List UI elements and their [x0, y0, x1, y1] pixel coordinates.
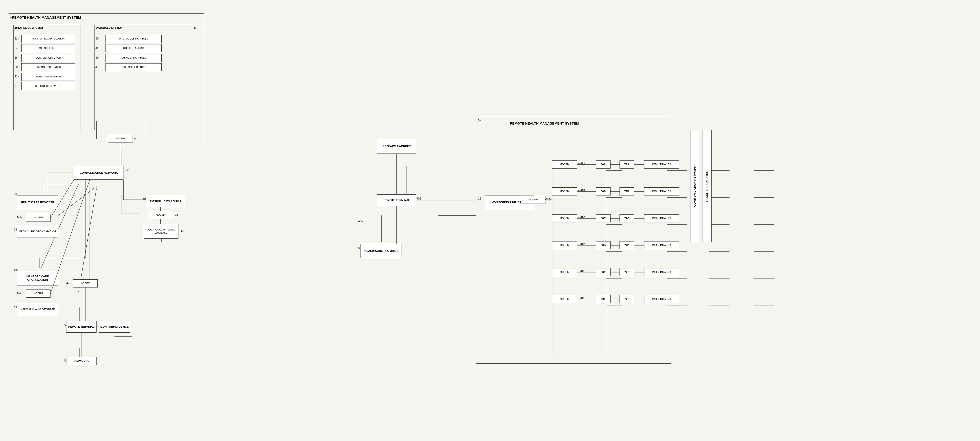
profile-computer-ref: 20~: [14, 26, 18, 29]
ref-42: 42~: [95, 37, 100, 40]
dialogs-library-box: DIALOGS LIBRARY: [105, 63, 162, 72]
ref-m1c: ~M1C: [578, 216, 585, 219]
ref-46: 46~: [95, 56, 100, 59]
comm-network-box: COMMUNICATION NETWORK: [74, 166, 124, 180]
ref-m1b: ~M1B: [578, 189, 585, 192]
line-50e-box: 50E: [596, 268, 611, 276]
healthcare-provider-box: HEALTHCARE PROVIDER: [17, 195, 58, 210]
monitoring-app-box: MONITORING APPLICATION: [21, 35, 75, 43]
svg-line-9: [79, 188, 97, 292]
individual-70e-box: INDIVIDUAL 70: [644, 268, 679, 276]
comm-network-vertical-label: COMMUNICATION NETWORK: [693, 166, 697, 207]
research-worker-box: RESEARCH WORKER: [377, 139, 416, 154]
remote-terminal-d2-box: REMOTE TERMINAL: [377, 194, 416, 206]
line-50c-box: 50C: [596, 214, 611, 223]
ref-m1d: ~M1D: [578, 243, 585, 246]
rhms-ref: 10~: [10, 15, 14, 18]
protocols-db-box: PROTOCOLS DATABASE: [105, 35, 162, 43]
line-50b-box: 50B: [596, 188, 611, 196]
ref-m1: ~M1: [132, 137, 138, 140]
ref-m4: M4~: [17, 292, 22, 295]
individual-70a-box: INDIVIDUAL 70: [644, 161, 679, 169]
line-50a-box: 50A: [596, 161, 611, 169]
remote-apparatus-label: REMOTE APPARATUS: [705, 171, 709, 202]
ref-m5: ~M5: [173, 213, 178, 217]
ref-50: ~50: [125, 169, 129, 172]
rhms-d3-ref: 10~: [476, 119, 481, 122]
terminal-72b-box: 72B: [619, 188, 634, 196]
svg-line-15: [58, 186, 97, 215]
ref-m1f: ~M1F: [578, 297, 585, 300]
ref-22-d3: 22: [478, 197, 481, 200]
ref-30: 30~: [14, 65, 19, 68]
ref-54: ~54: [180, 229, 184, 232]
modem-m1e-box: MODEM: [552, 268, 577, 276]
modem-m1c-box: MODEM: [552, 214, 577, 223]
external-data-box: EXTERNAL DATA SOURCE: [146, 196, 185, 207]
rhms-d3-outer-box: [476, 117, 671, 364]
ref-m1e: ~M1E: [578, 270, 585, 273]
line-50f-box: 50F: [596, 295, 611, 303]
rhms-d3-title: REMOTE HEALTH MANAGEMENT SYSTEM: [509, 121, 579, 126]
individual-70b-box: INDIVIDUAL 70: [644, 188, 679, 196]
tasklist-db-box: TASKLIST DATABASE: [105, 54, 162, 62]
script-generator-box: SCRIPT GENERATOR: [21, 73, 75, 81]
external-modem-box: MODEM: [148, 211, 173, 219]
managed-care-modem-box: MODEM: [26, 290, 51, 298]
individual-70c-box: INDIVIDUAL 70: [644, 214, 679, 223]
individual-70d-box: INDIVIDUAL 70: [644, 241, 679, 249]
ref-m1a: ~M1A: [578, 162, 585, 165]
medical-records-db-box: MEDICAL RECORDS DATABASE: [17, 226, 58, 237]
terminal-72c-box: 72C: [619, 214, 634, 223]
modem-m1b-box: MODEM: [552, 188, 577, 196]
monitoring-device-box: MONITORING DEVICE: [99, 321, 130, 333]
remote-terminal-d1-box: REMOTE TERMINAL: [66, 321, 97, 333]
database-system-label: DATABASE SYSTEM: [96, 26, 123, 29]
medical-claims-db-box: MEDICAL CLAIMS DATABASE: [17, 304, 58, 315]
content-assignor-box: CONTENT ASSIGNOR: [21, 54, 75, 62]
dialog-generator-box: DIALOG GENERATOR: [21, 63, 75, 72]
modem-m1d-box: MODEM: [552, 241, 577, 249]
healthcare-modem-box: MODEM: [26, 214, 51, 222]
managed-care-box: MANAGED CARE ORGANIZATION: [17, 271, 58, 285]
individual-70f-box: INDIVIDUAL 70: [644, 295, 679, 303]
modem-m2-box: MODEM: [73, 279, 98, 288]
rhms-title: REMOTE HEALTH MANAGEMENT SYSTEM: [12, 16, 81, 19]
db-system-ref: ~40: [192, 26, 196, 29]
terminal-72d-box: 72D: [619, 241, 634, 249]
healthcare-provider-d2-box: HEALTHCARE PROVIDER: [360, 244, 402, 258]
ref-m2: M2~: [65, 282, 71, 285]
modem-m1a-box: MODEM: [552, 161, 577, 169]
ref-22: 22~: [14, 37, 19, 40]
individual-d1-box: INDIVIDUAL: [66, 357, 97, 365]
modem-m1-box: MODEM: [108, 135, 132, 143]
profile-db-box: PROFILE DATABASE: [105, 44, 162, 52]
terminal-72a-box: 72A: [619, 161, 634, 169]
ref-34: 34~: [14, 84, 19, 88]
ref-48: 48~: [95, 65, 100, 68]
ref-m3: M3~: [17, 216, 22, 219]
comm-network-vertical-box: COMMUNICATION NETWORK: [690, 130, 699, 242]
profile-computer-label: PROFILE COMPUTER: [15, 26, 43, 29]
ref-28: 28~: [14, 56, 19, 59]
modem-m1g-box: MODEM: [521, 196, 546, 204]
line-50d-box: 50D: [596, 241, 611, 249]
ref-50g: 50G: [416, 197, 422, 200]
remote-apparatus-box: REMOTE APPARATUS: [703, 130, 711, 242]
task-scheduler-box: TASK SCHEDULER: [21, 44, 75, 52]
ref-64: 64~: [358, 220, 363, 223]
additional-material-db-box: ADDITIONAL MATERIAL DATABASE: [144, 224, 178, 239]
terminal-72f-box: 72F: [619, 295, 634, 303]
terminal-72e-box: 72E: [619, 268, 634, 276]
report-generator-box: REPORT GENERATOR: [21, 82, 75, 90]
modem-m1f-box: MODEM: [552, 295, 577, 303]
ref-24: 24~: [14, 46, 19, 49]
ref-44: 44~: [95, 46, 100, 49]
ref-32: 32~: [14, 75, 19, 78]
